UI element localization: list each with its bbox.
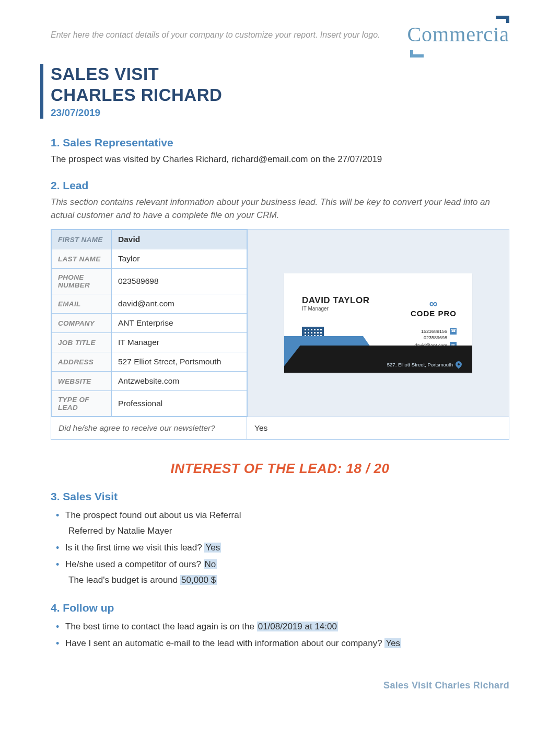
list-item: Have I sent an automatic e-mail to the l… [65,636,509,651]
budget-value: 50,000 $ [180,575,217,585]
table-row: COMPANY ANT Enterprise [52,314,247,333]
title-block: SALES VISIT CHARLES RICHARD 23/07/2019 [40,64,509,119]
card-name: DAVID TAYLOR [302,295,369,306]
table-row: EMAIL david@ant.com [52,294,247,314]
company-details-placeholder: Enter here the contact details of your c… [51,16,380,40]
map-pin-icon [454,360,463,369]
newsletter-row: Did he/she agree to receive our newslett… [51,417,509,440]
card-address-text: 527. Elliott Street, Portsmouth [387,362,453,367]
section-heading-lead: 2. Lead [51,179,509,192]
competitor-a: No [204,559,217,569]
contact-prefix: The best time to contact the lead again … [65,622,257,631]
phone-icon: ☎ [450,328,457,335]
competitor-q: He/she used a competitor of ours? [65,559,204,569]
section-heading-visit: 3. Sales Visit [51,490,509,503]
field-label: PHONE NUMBER [52,269,112,294]
visit-list: The prospect found out about us via Refe… [51,508,509,588]
lead-table-wrap: FIRST NAME David LAST NAME Taylor PHONE … [51,229,509,417]
field-value: 527 Elliot Street, Portsmouth [112,352,247,372]
business-card: DAVID TAYLOR IT Manager ∞ CODE PRO 15236… [284,273,472,373]
source-value: Referral [209,510,241,520]
business-card-panel: DAVID TAYLOR IT Manager ∞ CODE PRO 15236… [247,229,509,417]
section-heading-followup: 4. Follow up [51,602,509,614]
field-label: TYPE OF LEAD [52,391,112,417]
title-line-1: SALES VISIT [51,64,509,85]
table-row: LAST NAME Taylor [52,249,247,269]
field-label: EMAIL [52,294,112,314]
newsletter-answer: Yes [247,417,509,439]
field-label: WEBSITE [52,372,112,391]
list-item: The prospect found out about us via Refe… [65,508,509,538]
newsletter-question: Did he/she agree to receive our newslett… [51,417,247,439]
infinity-icon: ∞ [411,301,457,307]
field-value: ANT Enterprise [112,314,247,333]
field-value: IT Manager [112,333,247,352]
card-address: 527. Elliott Street, Portsmouth [387,361,462,367]
list-item: The best time to contact the lead again … [65,619,509,634]
field-value: Antzwebsite.com [112,372,247,391]
list-item: He/she used a competitor of ours? No The… [65,557,509,588]
field-label: COMPANY [52,314,112,333]
referred-by: Referred by Natalie Mayer [68,524,509,538]
card-phone2: 023589698 [424,335,447,341]
rep-body: The prospect was visited by Charles Rich… [51,153,509,166]
table-row: JOB TITLE IT Manager [52,333,247,352]
field-label: ADDRESS [52,352,112,372]
table-row: ADDRESS 527 Elliot Street, Portsmouth [52,352,247,372]
first-visit-q: Is it the first time we visit this lead? [65,543,204,553]
table-row: TYPE OF LEAD Professional [52,391,247,417]
field-label: JOB TITLE [52,333,112,352]
lead-table: FIRST NAME David LAST NAME Taylor PHONE … [51,229,247,417]
field-label: FIRST NAME [52,230,112,249]
card-role: IT Manager [302,306,329,312]
field-value: david@ant.com [112,294,247,314]
section-heading-rep: 1. Sales Representative [51,136,509,149]
field-value: Taylor [112,249,247,269]
card-brand: ∞ CODE PRO [411,301,457,318]
budget-prefix: The lead's budget is around [68,575,180,585]
source-prefix: The prospect found out about us via [65,510,209,520]
logo-text: Commercia [407,22,509,47]
card-phone1: 1523689156 [421,328,447,335]
page-footer: Sales Visit Charles Richard [51,680,509,691]
document-page: Enter here the contact details of your c… [0,0,560,722]
field-value: David [112,230,247,249]
table-row: FIRST NAME David [52,230,247,249]
auto-email-q: Have I sent an automatic e-mail to the l… [65,638,384,648]
field-label: LAST NAME [52,249,112,269]
title-line-2: CHARLES RICHARD [51,85,509,106]
lead-note: This section contains relevant informati… [51,196,509,222]
header: Enter here the contact details of your c… [51,16,509,52]
contact-value: 01/08/2019 at 14:00 [257,622,338,631]
card-brand-text: CODE PRO [411,309,457,318]
field-value: Professional [112,391,247,417]
field-value: 023589698 [112,269,247,294]
followup-list: The best time to contact the lead again … [51,619,509,651]
auto-email-a: Yes [384,638,401,648]
list-item: Is it the first time we visit this lead?… [65,540,509,555]
interest-score: INTEREST OF THE LEAD: 18 / 20 [51,461,509,477]
table-row: PHONE NUMBER 023589698 [52,269,247,294]
title-date: 23/07/2019 [51,107,509,119]
first-visit-a: Yes [204,543,221,553]
logo-icon: Commercia [410,16,509,52]
table-row: WEBSITE Antzwebsite.com [52,372,247,391]
